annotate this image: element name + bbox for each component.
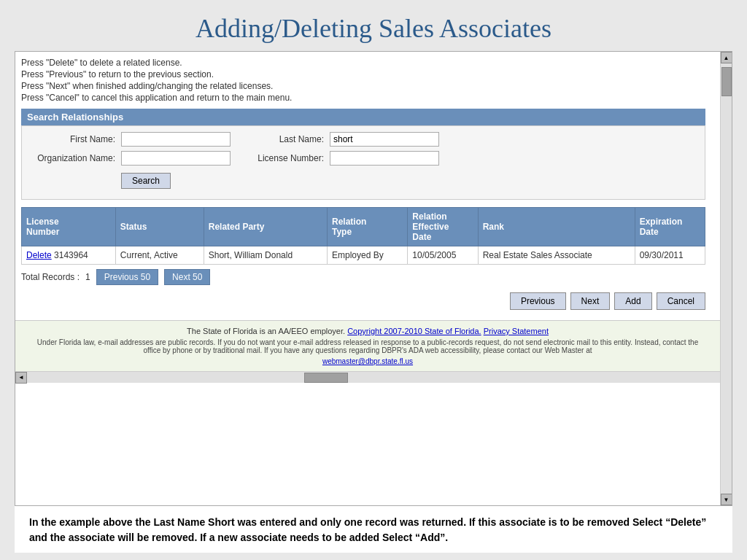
last-name-input[interactable] (330, 132, 439, 147)
search-form: First Name: Last Name: Organization Name… (21, 125, 705, 200)
next50-button[interactable]: Next 50 (164, 269, 210, 285)
instruction-4: Press "Cancel" to cancel this applicatio… (21, 93, 705, 103)
col-expiration-date: ExpirationDate (635, 208, 705, 246)
cell-effective-date: 10/05/2005 (408, 246, 478, 265)
form-row-search-btn: Search (28, 170, 699, 189)
browser-window: ▲ ▼ Press "Delete" to delete a related l… (15, 51, 732, 506)
footer-area: The State of Florida is an AA/EEO employ… (15, 320, 720, 371)
slide-container: Adding/Deleting Sales Associates ▲ ▼ Pre… (0, 0, 747, 560)
instruction-2: Press "Previous" to return to the previo… (21, 69, 705, 79)
prev50-button[interactable]: Previous 50 (96, 269, 158, 285)
search-section-header: Search Relationships (21, 109, 705, 125)
search-button[interactable]: Search (121, 173, 171, 189)
email-link[interactable]: webmaster@dbpr.state.fl.us (322, 357, 413, 365)
hscroll-left-button[interactable]: ◄ (15, 372, 27, 384)
scroll-up-button[interactable]: ▲ (721, 52, 732, 63)
cell-relation-type: Employed By (327, 246, 407, 265)
scroll-down-button[interactable]: ▼ (721, 494, 732, 505)
results-table: LicenseNumber Status Related Party Relat… (21, 207, 705, 265)
cell-expiration-date: 09/30/2011 (635, 246, 705, 265)
delete-link[interactable]: Delete (26, 250, 52, 260)
footer-email: webmaster@dbpr.state.fl.us (30, 357, 705, 365)
hscroll-thumb[interactable] (304, 373, 348, 383)
page-title: Adding/Deleting Sales Associates (15, 7, 732, 51)
footer-detail: Under Florida law, e-mail addresses are … (30, 338, 705, 354)
vertical-scrollbar[interactable]: ▲ ▼ (720, 52, 732, 505)
search-section: Search Relationships First Name: Last Na… (21, 109, 705, 200)
hscroll-track (27, 372, 720, 383)
cell-delete-license: Delete 3143964 (22, 246, 116, 265)
first-name-label: First Name: (28, 134, 115, 144)
bottom-buttons: Previous Next Add Cancel (21, 292, 705, 314)
cell-rank: Real Estate Sales Associate (478, 246, 635, 265)
form-row-org: Organization Name: License Number: (28, 151, 699, 166)
org-name-label: Organization Name: (28, 153, 115, 163)
col-related-party: Related Party (204, 208, 327, 246)
scroll-thumb[interactable] (721, 67, 732, 96)
content-area: Press "Delete" to delete a related licen… (15, 52, 720, 320)
privacy-link[interactable]: Privacy Statement (484, 327, 549, 335)
cell-status: Current, Active (115, 246, 204, 265)
next-button[interactable]: Next (570, 292, 611, 310)
instruction-1: Press "Delete" to delete a related licen… (21, 58, 705, 68)
license-number-label: License Number: (236, 153, 324, 163)
col-status: Status (115, 208, 204, 246)
total-records-label: Total Records : (21, 272, 80, 282)
cancel-button[interactable]: Cancel (657, 292, 705, 310)
horizontal-scrollbar[interactable]: ◄ ► (15, 371, 732, 383)
copyright-link[interactable]: Copyright 2007-2010 State of Florida. (347, 327, 481, 335)
bottom-text-area: In the example above the Last Name Short… (15, 506, 732, 553)
col-relation-type: RelationType (327, 208, 407, 246)
col-relation-effective-date: RelationEffectiveDate (408, 208, 478, 246)
license-number-input[interactable] (330, 151, 439, 166)
scroll-track (721, 63, 732, 494)
first-name-input[interactable] (121, 132, 231, 147)
footer-main-text: The State of Florida is an AA/EEO employ… (187, 327, 345, 335)
total-records-row: Total Records : 1 Previous 50 Next 50 (21, 269, 705, 285)
instruction-3: Press "Next" when finished adding/changi… (21, 81, 705, 91)
table-row: Delete 3143964 Current, Active Short, Wi… (22, 246, 705, 265)
bottom-explanation-text: In the example above the Last Name Short… (29, 515, 718, 545)
form-row-name: First Name: Last Name: (28, 132, 699, 147)
table-header-row: LicenseNumber Status Related Party Relat… (22, 208, 705, 246)
footer-main: The State of Florida is an AA/EEO employ… (30, 327, 705, 335)
cell-license-number: 3143964 (54, 250, 88, 260)
last-name-label: Last Name: (236, 134, 324, 144)
col-license-number: LicenseNumber (22, 208, 116, 246)
total-records-count: 1 (85, 272, 90, 282)
cell-related-party: Short, William Donald (204, 246, 327, 265)
col-rank: Rank (478, 208, 635, 246)
instructions-block: Press "Delete" to delete a related licen… (21, 58, 705, 103)
org-name-input[interactable] (121, 151, 231, 166)
add-button[interactable]: Add (614, 292, 651, 310)
previous-button[interactable]: Previous (510, 292, 566, 310)
